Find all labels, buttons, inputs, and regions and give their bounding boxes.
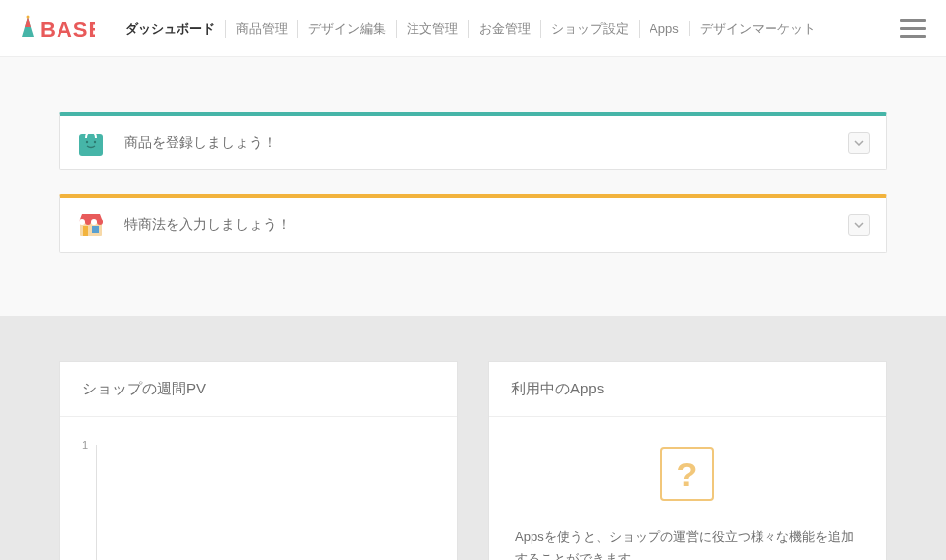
nav-orders[interactable]: 注文管理 (397, 20, 469, 38)
panel-weekly-pv: ショップの週間PV 1 (59, 361, 458, 560)
panel-active-apps: 利用中のApps ? Appsを使うと、ショップの運営に役立つ様々な機能を追加す… (488, 361, 887, 560)
notice-text: 商品を登録しましょう！ (124, 134, 277, 152)
notice-text: 特商法を入力しましょう！ (124, 216, 291, 234)
shop-icon (76, 210, 106, 240)
svg-point-10 (91, 219, 97, 225)
svg-point-11 (97, 219, 103, 225)
chevron-down-icon (854, 222, 864, 228)
nav-shop-settings[interactable]: ショップ設定 (541, 20, 640, 38)
notice-register-product[interactable]: 商品を登録しましょう！ (59, 112, 887, 170)
question-icon: ? (660, 447, 714, 501)
nav-apps[interactable]: Apps (640, 21, 690, 36)
svg-point-9 (85, 219, 91, 225)
notice-area: 商品を登録しましょう！ 特商法を入力しましょう！ (0, 57, 946, 316)
panel-body: 1 (60, 417, 457, 560)
app-header: BASE ダッシュボード 商品管理 デザイン編集 注文管理 お金管理 ショップ設… (0, 0, 946, 57)
hamburger-menu-icon[interactable] (900, 14, 926, 43)
pv-chart: 1 (82, 445, 435, 560)
expand-button[interactable] (848, 132, 870, 154)
nav-dashboard[interactable]: ダッシュボード (115, 20, 226, 38)
nav-design-edit[interactable]: デザイン編集 (298, 20, 397, 38)
panel-body: ? Appsを使うと、ショップの運営に役立つ様々な機能を追加することができます。… (489, 417, 886, 560)
svg-text:BASE: BASE (40, 17, 95, 42)
svg-rect-13 (83, 226, 88, 236)
content-area: ショップの週間PV 1 利用中のApps ? Appsを使うと、ショップの運営に… (0, 316, 946, 560)
apps-desc-line: Appsを使うと、ショップの運営に役立つ様々な機能を追加することができます。 (515, 529, 854, 560)
svg-point-6 (94, 141, 96, 143)
panel-title: ショップの週間PV (60, 362, 457, 417)
logo[interactable]: BASE (20, 15, 95, 43)
expand-button[interactable] (848, 214, 870, 236)
nav-design-market[interactable]: デザインマーケット (690, 20, 826, 38)
nav-money[interactable]: お金管理 (469, 20, 541, 38)
main-nav: ダッシュボード 商品管理 デザイン編集 注文管理 お金管理 ショップ設定 App… (115, 20, 826, 38)
shopping-bag-icon (76, 128, 106, 158)
nav-products[interactable]: 商品管理 (226, 20, 298, 38)
chevron-down-icon (854, 140, 864, 146)
svg-rect-12 (92, 226, 99, 233)
svg-rect-4 (79, 134, 103, 156)
svg-point-2 (27, 15, 30, 18)
notice-tokusho[interactable]: 特商法を入力しましょう！ (59, 194, 887, 253)
panel-title: 利用中のApps (489, 362, 886, 417)
svg-point-8 (79, 219, 85, 225)
apps-description: Appsを使うと、ショップの運営に役立つ様々な機能を追加することができます。 ま… (515, 526, 860, 560)
svg-point-5 (86, 141, 88, 143)
y-axis-tick: 1 (82, 439, 88, 451)
y-axis-line (96, 445, 97, 560)
